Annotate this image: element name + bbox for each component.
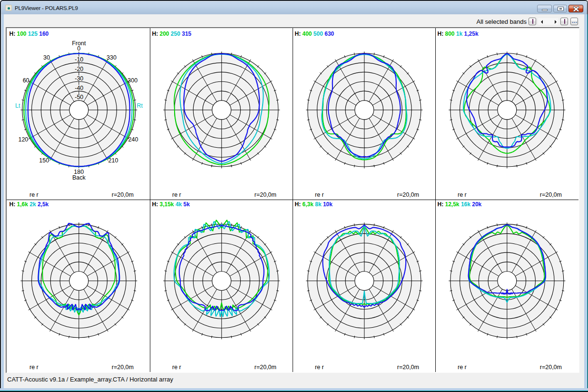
svg-text:H: 1,6k 2k 2,5k: H: 1,6k 2k 2,5k bbox=[10, 201, 49, 208]
svg-text:r=20,0m: r=20,0m bbox=[112, 364, 134, 371]
svg-text:0: 0 bbox=[77, 45, 80, 52]
svg-text:120: 120 bbox=[18, 136, 28, 143]
svg-text:r=20,0m: r=20,0m bbox=[540, 191, 562, 198]
svg-text:-50: -50 bbox=[75, 94, 83, 101]
svg-text:Rt: Rt bbox=[137, 102, 143, 109]
svg-text:210: 210 bbox=[108, 157, 118, 164]
svg-text:-40: -40 bbox=[75, 85, 83, 91]
svg-text:H: 800 1k 1,25k: H: 800 1k 1,25k bbox=[438, 30, 479, 37]
svg-text:H: 12,5k 16k 20k: H: 12,5k 16k 20k bbox=[438, 201, 482, 208]
svg-text:H: 100 125 160: H: 100 125 160 bbox=[10, 30, 49, 37]
svg-text:H: 6,3k 8k 10k: H: 6,3k 8k 10k bbox=[295, 201, 333, 208]
svg-text:re r: re r bbox=[172, 191, 181, 198]
svg-text:300: 300 bbox=[127, 77, 137, 84]
svg-text:150: 150 bbox=[39, 157, 49, 164]
svg-text:re r: re r bbox=[315, 191, 324, 198]
svg-text:r=20,0m: r=20,0m bbox=[397, 191, 419, 198]
svg-text:Back: Back bbox=[72, 174, 86, 181]
svg-text:-30: -30 bbox=[75, 75, 83, 82]
svg-text:re r: re r bbox=[172, 364, 181, 371]
svg-text:r=20,0m: r=20,0m bbox=[255, 364, 276, 371]
svg-text:H: 3,15k 4k 5k: H: 3,15k 4k 5k bbox=[152, 201, 190, 208]
svg-text:240: 240 bbox=[128, 136, 138, 143]
svg-text:r=20,0m: r=20,0m bbox=[397, 364, 419, 371]
svg-text:re r: re r bbox=[315, 364, 324, 371]
svg-text:re r: re r bbox=[29, 364, 39, 371]
svg-text:re r: re r bbox=[29, 191, 39, 198]
svg-text:60: 60 bbox=[23, 77, 29, 84]
svg-text:re r: re r bbox=[458, 364, 467, 371]
svg-text:H: 200 250 315: H: 200 250 315 bbox=[152, 30, 192, 37]
svg-text:-20: -20 bbox=[75, 66, 83, 72]
svg-text:H: 400 500 630: H: 400 500 630 bbox=[295, 30, 334, 37]
svg-text:r=20,0m: r=20,0m bbox=[255, 191, 276, 198]
svg-text:r=20,0m: r=20,0m bbox=[540, 364, 562, 371]
svg-text:330: 330 bbox=[107, 54, 117, 61]
svg-text:-10: -10 bbox=[75, 56, 83, 63]
svg-text:re r: re r bbox=[458, 191, 467, 198]
svg-text:Lt: Lt bbox=[15, 102, 20, 109]
svg-text:r=20,0m: r=20,0m bbox=[112, 191, 134, 198]
svg-text:30: 30 bbox=[43, 54, 50, 61]
